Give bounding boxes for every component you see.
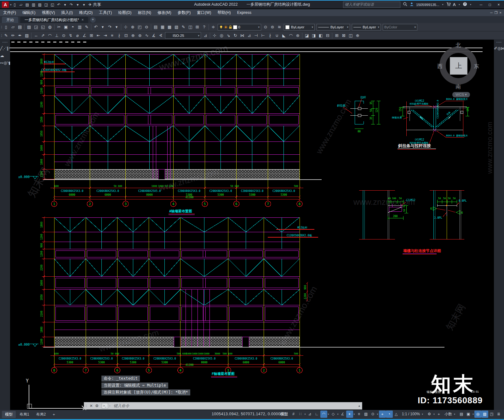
doc-minimize-icon[interactable]: ─ — [490, 11, 493, 15]
erase-icon[interactable]: ✐ — [494, 46, 497, 51]
qat-undo-dropdown-icon[interactable]: ▾ — [62, 2, 68, 8]
quick-dimension-icon[interactable]: ⊞ — [88, 32, 95, 39]
sheet-set-manager-icon[interactable]: ▧ — [173, 24, 180, 31]
plot-style-control[interactable]: ByColor▾ — [383, 24, 417, 31]
qat-publish-icon[interactable]: ◱ — [49, 2, 56, 8]
dim-update-icon[interactable]: ⊿ — [202, 32, 209, 39]
share-button[interactable]: ✈ 共享 — [87, 1, 103, 8]
new-icon[interactable]: ▯ — [3, 24, 9, 31]
layout1-tab[interactable]: 布局1 — [16, 411, 32, 418]
dim-linear-icon[interactable]: ↔ — [32, 32, 39, 39]
tool-palettes-icon[interactable]: ▩ — [166, 24, 173, 31]
qat-save-icon[interactable]: ▤ — [24, 2, 31, 8]
coordinates-display[interactable]: 1005413.0942, 507071.1472, 0.0000 — [212, 412, 280, 416]
close-button[interactable]: × — [495, 2, 503, 8]
export-dwf-icon[interactable]: ◍ — [46, 24, 53, 31]
dim-radius-icon[interactable]: ⊙ — [60, 32, 67, 39]
help-icon[interactable]: ? — [463, 2, 467, 7]
view-cube-top-face[interactable]: 上 — [450, 57, 467, 75]
menu-工具T[interactable]: 工具(T) — [96, 9, 115, 16]
pan-icon[interactable]: ⊹ — [122, 24, 129, 31]
edit-spline-icon[interactable]: ◧ — [317, 32, 324, 39]
qat-open-icon[interactable]: ▱ — [18, 2, 24, 8]
ortho-mode-icon[interactable]: ∟ — [313, 411, 320, 418]
snap-mode-icon[interactable]: ∷ — [297, 411, 304, 418]
workspace-switching-dropdown-icon[interactable]: ▾ — [433, 413, 435, 416]
layout2-tab[interactable]: 布局2 — [33, 411, 49, 418]
properties-icon[interactable]: ▤ — [152, 24, 159, 31]
block-editor-icon[interactable]: ◫ — [187, 24, 194, 31]
dim-arc-length-icon[interactable]: ◠ — [46, 32, 53, 39]
doc-close-icon[interactable]: × — [500, 11, 501, 15]
menu-视图V[interactable]: 视图(V) — [39, 9, 58, 16]
menu-窗口W[interactable]: 窗口(W) — [194, 9, 214, 16]
selection-cycling-dropdown-icon[interactable]: ▾ — [376, 413, 379, 416]
open-icon[interactable]: ▱ — [9, 24, 16, 31]
paste-icon[interactable]: ◓ — [69, 24, 76, 31]
lineweight-control[interactable]: ByLayer▾ — [352, 24, 381, 31]
point-edit-icon[interactable]: ⊕ — [354, 32, 361, 39]
plot-preview-icon[interactable]: ◲ — [32, 24, 39, 31]
transparency-icon[interactable]: ▨ — [363, 411, 369, 418]
group-icon[interactable]: ⊞ — [333, 32, 340, 39]
join-icon[interactable]: ∪ — [273, 32, 280, 39]
design-center-icon[interactable]: ▦ — [159, 24, 166, 31]
break-icon[interactable]: ∤ — [266, 32, 273, 39]
revision-cloud-icon[interactable]: ☁ — [0, 53, 4, 58]
mirror-icon[interactable]: ⋈ — [239, 32, 246, 39]
view-cube-west[interactable]: 西 — [437, 63, 443, 70]
qat-plot-icon[interactable]: ▨ — [37, 2, 43, 8]
tab-current-drawing[interactable]: 一多层钢结构厂房结构设计图纸*× — [20, 17, 88, 23]
zoom-window-icon[interactable]: ◰ — [136, 24, 143, 31]
ellipse-icon[interactable]: ◎ — [3, 60, 7, 65]
menu-插入I[interactable]: 插入(I) — [58, 9, 76, 16]
drawing-canvas[interactable]: 180012009001200220015001950160018001200±… — [10, 40, 494, 410]
dim-break-icon[interactable]: ∤ — [116, 32, 123, 39]
dim-style-control[interactable]: ISO-25▾ — [165, 32, 201, 39]
units-control[interactable]: 小数▾ — [443, 411, 458, 418]
linetype-control[interactable]: ByLayer▾ — [317, 24, 350, 31]
grid-display-icon[interactable]: # — [290, 411, 297, 418]
view-cube-south[interactable]: 南 — [455, 83, 461, 90]
dimension-style-icon[interactable]: ✏ — [9, 32, 16, 39]
isometric-drafting-dropdown-icon[interactable]: ▾ — [337, 413, 339, 416]
table-style-icon[interactable]: ✒ — [16, 32, 23, 39]
dim-text-angle-icon[interactable]: ∢ — [157, 32, 164, 39]
menu-标注N[interactable]: 标注(N) — [135, 9, 154, 16]
object-snap-dropdown-icon[interactable]: ▾ — [353, 413, 356, 416]
selection-cycling-icon[interactable]: ⊙ — [369, 411, 376, 418]
scale-icon[interactable]: ⊿ — [246, 32, 253, 39]
command-input[interactable]: 键入命令 — [114, 403, 129, 409]
match-properties-icon[interactable]: ▥ — [76, 24, 83, 31]
redo-dropdown-icon[interactable]: ▾ — [113, 24, 120, 31]
dim-angular-icon[interactable]: ∠ — [81, 32, 88, 39]
ungroup-icon[interactable]: ⊠ — [340, 32, 347, 39]
layer-states-icon[interactable]: ≋ — [276, 24, 283, 31]
lock-ui-icon[interactable]: ▣ — [465, 411, 472, 418]
layer-previous-icon[interactable]: ⊜ — [269, 24, 276, 31]
app-dropdown-icon[interactable]: ▾ — [458, 3, 461, 6]
autoscale-icon[interactable]: △ — [393, 411, 400, 418]
qat-save-as-icon[interactable]: ▥ — [31, 2, 37, 8]
menu-修改M[interactable]: 修改(M) — [154, 9, 175, 16]
qat-plot-preview-icon[interactable]: ◲ — [43, 2, 49, 8]
layer-dropdown-icon[interactable]: ▾ — [258, 26, 260, 29]
save-icon[interactable]: ▤ — [16, 24, 23, 31]
autocad-logo-icon[interactable]: A — [2, 2, 9, 8]
dim-aligned-icon[interactable]: ⇗ — [39, 32, 46, 39]
dynamic-input-icon[interactable]: ＋ — [379, 411, 386, 418]
object-snap-tracking-icon[interactable]: ∠ — [339, 411, 346, 418]
customization-icon[interactable]: ≣ — [495, 411, 502, 418]
dim-diameter-icon[interactable]: ⌀ — [74, 32, 81, 39]
autodesk-app-icon[interactable]: A — [453, 2, 456, 7]
menu-绘图D[interactable]: 绘图(D) — [115, 9, 135, 16]
tolerance-icon[interactable]: ⊡ — [123, 32, 129, 39]
qat-customize-dropdown-icon[interactable]: ▾ — [81, 2, 87, 8]
object-snap-icon[interactable]: ⌖ — [346, 411, 353, 418]
search-icon[interactable] — [403, 2, 407, 7]
tab-start[interactable]: 开始 — [2, 17, 18, 23]
dim-oblique-icon[interactable]: ∡ — [150, 32, 157, 39]
show-lineweight-icon[interactable]: ≡ — [356, 411, 363, 418]
hatch-edit-icon[interactable]: ◪ — [303, 32, 310, 39]
view-cube-east[interactable]: 东 — [474, 63, 479, 70]
